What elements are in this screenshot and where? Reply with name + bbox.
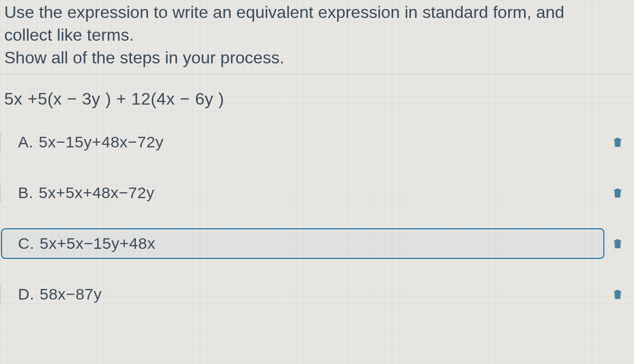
question-line-1: Use the expression to write an equivalen… [4,1,626,24]
option-letter: D. [18,285,40,303]
option-row-c: C. 5x+5x−15y+48x [1,228,624,259]
option-text: 5x+5x−15y+48x [40,235,155,253]
option-d[interactable]: D. 58x−87y [1,279,604,310]
question-expression: 5x +5(x − 3y ) + 12(4x − 6y ) [0,74,634,122]
question-line-3: Show all of the steps in your process. [4,46,626,69]
radio-hint [0,233,2,254]
option-text: 58x−87y [40,285,102,303]
radio-hint [0,182,2,203]
option-c[interactable]: C. 5x+5x−15y+48x [1,228,604,259]
trash-icon[interactable] [613,187,622,199]
option-text: 5x+5x+48x−72y [39,184,154,202]
option-text: 5x−15y+48x−72y [39,133,163,151]
option-letter: B. [18,184,39,202]
question-stem: Use the expression to write an equivalen… [0,0,634,74]
option-letter: C. [18,235,40,253]
trash-icon[interactable] [613,288,622,300]
question-line-2: collect like terms. [4,24,626,46]
option-letter: A. [18,133,39,151]
trash-icon[interactable] [613,238,622,249]
option-a[interactable]: A. 5x−15y+48x−72y [1,127,604,157]
option-row-d: D. 58x−87y [1,279,624,310]
radio-hint [0,132,2,153]
option-b[interactable]: B. 5x+5x+48x−72y [1,178,604,208]
option-row-b: B. 5x+5x+48x−72y [1,178,624,208]
quiz-container: Use the expression to write an equivalen… [0,0,634,364]
radio-hint [0,284,2,305]
trash-icon[interactable] [613,136,622,148]
options-list: A. 5x−15y+48x−72y B. 5x+5x+48x−72y C. 5x… [0,122,634,310]
option-row-a: A. 5x−15y+48x−72y [1,127,624,157]
